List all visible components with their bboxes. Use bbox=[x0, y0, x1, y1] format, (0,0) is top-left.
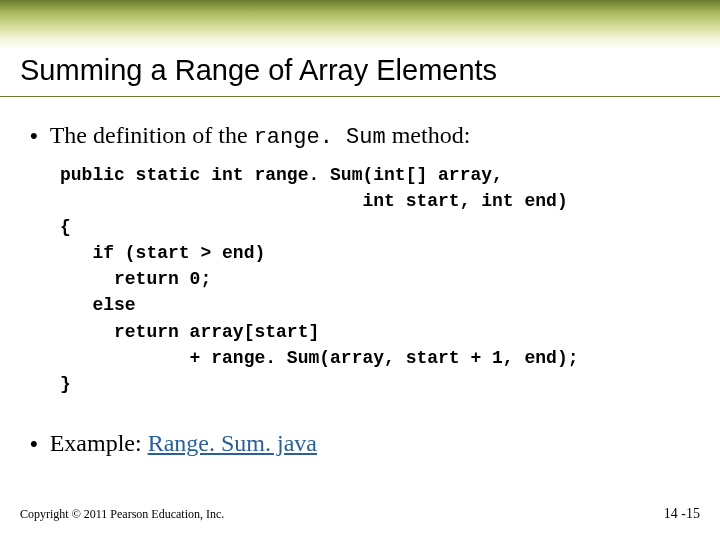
bullet-1-code: range. Sum bbox=[254, 125, 386, 150]
slide: Summing a Range of Array Elements • The … bbox=[0, 0, 720, 540]
bullet-1: • The definition of the range. Sum metho… bbox=[30, 122, 470, 150]
bullet-dot-icon: • bbox=[30, 125, 38, 147]
bullet-1-text: The definition of the range. Sum method: bbox=[50, 122, 471, 150]
bullet-1-suffix: method: bbox=[386, 122, 471, 148]
bullet-2-text: Example: Range. Sum. java bbox=[50, 430, 317, 457]
footer-page-number: 14 -15 bbox=[664, 506, 700, 522]
slide-title: Summing a Range of Array Elements bbox=[20, 54, 497, 87]
example-link[interactable]: Range. Sum. java bbox=[148, 430, 317, 456]
bullet-dot-icon: • bbox=[30, 433, 38, 455]
header-gradient bbox=[0, 0, 720, 50]
bullet-2: • Example: Range. Sum. java bbox=[30, 430, 317, 457]
code-block: public static int range. Sum(int[] array… bbox=[60, 162, 578, 397]
footer-copyright: Copyright © 2011 Pearson Education, Inc. bbox=[20, 507, 224, 522]
bullet-2-prefix: Example: bbox=[50, 430, 148, 456]
title-underline bbox=[0, 96, 720, 97]
bullet-1-prefix: The definition of the bbox=[50, 122, 254, 148]
